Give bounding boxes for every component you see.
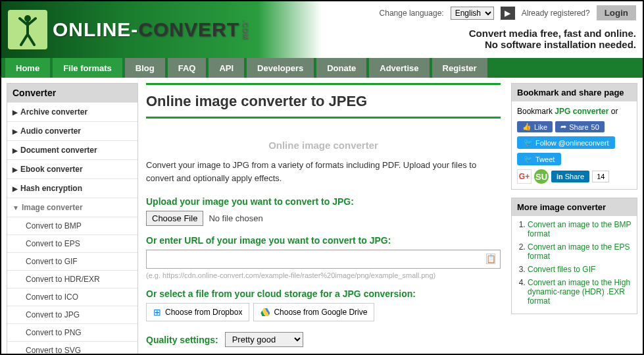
- more-item: Convert an image to the High dynamic-ran…: [528, 278, 633, 306]
- twitter-icon: 🐦: [524, 138, 533, 147]
- gdrive-icon: [260, 308, 270, 316]
- sidebar-item-label: Hash encryption: [20, 184, 82, 193]
- sidebar-sub-convert-to-bmp[interactable]: Convert to BMP: [7, 217, 137, 234]
- dropbox-label: Choose from Dropbox: [165, 308, 242, 317]
- more-item: Convert an image to the EPS format: [528, 242, 633, 261]
- already-registered-label: Already registered?: [522, 9, 590, 18]
- more-item: Convert files to GIF: [528, 265, 633, 274]
- more-item-link[interactable]: Convert files to GIF: [528, 265, 595, 274]
- sidebar-item-label: Ebook converter: [20, 165, 83, 174]
- sidebar-sub-convert-to-gif[interactable]: Convert to GIF: [7, 252, 137, 270]
- nav-advertise[interactable]: Advertise: [369, 58, 429, 78]
- sidebar-item-ebook-converter[interactable]: ▶Ebook converter: [7, 159, 137, 178]
- sidebar-item-label: Image converter: [22, 203, 83, 212]
- sidebar-sub-convert-to-jpg[interactable]: Convert to JPG: [7, 306, 137, 323]
- tagline-line2: No software installation needed.: [469, 39, 636, 50]
- sidebar-item-archive-converter[interactable]: ▶Archive converter: [7, 102, 137, 121]
- header: ONLINE-CONVERT.COM Change language: Engl…: [1, 1, 643, 58]
- sidebar-item-label: Archive converter: [20, 107, 87, 117]
- tweet-button[interactable]: 🐦Tweet: [517, 153, 561, 165]
- logo-icon: [8, 10, 47, 49]
- chevron-right-icon: ▶: [12, 147, 18, 154]
- gplus-button[interactable]: G+: [517, 169, 532, 184]
- login-button[interactable]: Login: [597, 5, 636, 20]
- bookmark-line: Bookmark JPG converter or: [517, 107, 632, 116]
- language-go-button[interactable]: ▶: [501, 7, 515, 20]
- thumbs-up-icon: 👍: [522, 123, 532, 131]
- chevron-right-icon: ▶: [12, 166, 18, 173]
- chevron-right-icon: ▶: [12, 128, 18, 135]
- logo[interactable]: ONLINE-CONVERT.COM: [8, 10, 249, 49]
- sidebar-sub-convert-to-svg[interactable]: Convert to SVG: [7, 341, 137, 355]
- url-hint: (e.g. https://cdn.online-convert.com/exa…: [146, 271, 501, 279]
- more-converter-title: More image converter: [512, 198, 637, 216]
- subtitle: Online image converter: [146, 140, 501, 151]
- top-bar: Change language: English ▶ Already regis…: [380, 5, 636, 20]
- cloud-label: Or select a file from your cloud storage…: [146, 288, 501, 299]
- nav-register[interactable]: Register: [432, 58, 487, 78]
- chevron-right-icon: ▶: [12, 109, 18, 116]
- logo-text-dotcom: .COM: [242, 20, 249, 40]
- change-language-label: Change language:: [380, 9, 444, 18]
- url-label: Or enter URL of your image you want to c…: [146, 235, 501, 246]
- sidebar-sub-convert-to-eps[interactable]: Convert to EPS: [7, 234, 137, 252]
- page-title: Online image converter to JPEG: [146, 93, 501, 110]
- fb-share-button[interactable]: ➦Share 50: [555, 121, 605, 132]
- fb-like-button[interactable]: 👍Like: [517, 121, 553, 132]
- twitter-follow-button[interactable]: 🐦Follow @onlineconvert: [517, 136, 615, 149]
- stumbleupon-button[interactable]: SU: [534, 169, 549, 184]
- nav-file-formats[interactable]: File formats: [53, 58, 122, 78]
- gdrive-label: Choose from Google Drive: [274, 308, 367, 317]
- sidebar-item-document-converter[interactable]: ▶Document converter: [7, 140, 137, 159]
- sidebar-item-audio-converter[interactable]: ▶Audio converter: [7, 121, 137, 140]
- tagline: Convert media free, fast and online. No …: [469, 28, 636, 50]
- divider: [146, 117, 501, 119]
- sidebar: Converter ▶Archive converter▶Audio conve…: [7, 83, 138, 355]
- sidebar-title: Converter: [7, 84, 137, 102]
- quality-label: Quality settings:: [146, 335, 218, 345]
- dropbox-button[interactable]: ⊞ Choose from Dropbox: [146, 303, 249, 321]
- divider: [146, 83, 501, 85]
- linkedin-share-button[interactable]: in Share: [551, 171, 589, 182]
- nav-developers[interactable]: Developers: [247, 58, 314, 78]
- main-content: Online image converter to JPEG Online im…: [146, 83, 503, 355]
- more-item-link[interactable]: Convert an image to the High dynamic-ran…: [528, 278, 630, 306]
- upload-label: Upload your image you want to convert to…: [146, 196, 501, 207]
- url-input[interactable]: [146, 250, 501, 269]
- chevron-down-icon: ▼: [12, 204, 19, 211]
- logo-text-online: ONLINE-: [53, 18, 138, 41]
- more-item: Convert an image to the BMP format: [528, 220, 633, 238]
- nav-faq[interactable]: FAQ: [168, 58, 207, 78]
- bookmark-link[interactable]: JPG converter: [555, 107, 608, 116]
- dropbox-icon: ⊞: [153, 307, 161, 317]
- bookmark-box-title: Bookmark and share page: [512, 84, 637, 101]
- quality-select[interactable]: Pretty good: [225, 332, 303, 347]
- file-status: No file chosen: [209, 213, 262, 223]
- sidebar-item-label: Audio converter: [20, 126, 81, 136]
- sidebar-item-image-converter[interactable]: ▼Image converter: [7, 198, 137, 217]
- sidebar-item-hash-encryption[interactable]: ▶Hash encryption: [7, 178, 137, 198]
- nav-api[interactable]: API: [209, 58, 244, 78]
- sidebar-sub-convert-to-png[interactable]: Convert to PNG: [7, 323, 137, 341]
- language-select[interactable]: English: [451, 7, 494, 20]
- nav-blog[interactable]: Blog: [125, 58, 165, 78]
- more-converter-list: Convert an image to the BMP formatConver…: [512, 216, 637, 314]
- nav-home[interactable]: Home: [5, 58, 50, 78]
- share-icon: ➦: [560, 123, 566, 131]
- sidebar-sub-convert-to-hdr-exr[interactable]: Convert to HDR/EXR: [7, 270, 137, 288]
- main-nav: HomeFile formatsBlogFAQAPIDevelopersDona…: [1, 58, 643, 78]
- more-item-link[interactable]: Convert an image to the EPS format: [528, 242, 630, 261]
- description: Convert your image to JPG from a variety…: [146, 159, 501, 184]
- tagline-line1: Convert media free, fast and online.: [469, 28, 636, 39]
- linkedin-count: 14: [592, 171, 609, 182]
- right-column: Bookmark and share page Bookmark JPG con…: [511, 83, 637, 355]
- twitter-icon: 🐦: [524, 155, 533, 163]
- nav-donate[interactable]: Donate: [316, 58, 366, 78]
- logo-text-convert: CONVERT: [138, 18, 239, 41]
- sidebar-sub-convert-to-ico[interactable]: Convert to ICO: [7, 288, 137, 306]
- more-item-link[interactable]: Convert an image to the BMP format: [528, 220, 631, 238]
- gdrive-button[interactable]: Choose from Google Drive: [253, 303, 374, 321]
- sidebar-item-label: Document converter: [20, 146, 97, 155]
- choose-file-button[interactable]: Choose File: [146, 211, 203, 226]
- clipboard-icon[interactable]: 📋: [486, 254, 495, 264]
